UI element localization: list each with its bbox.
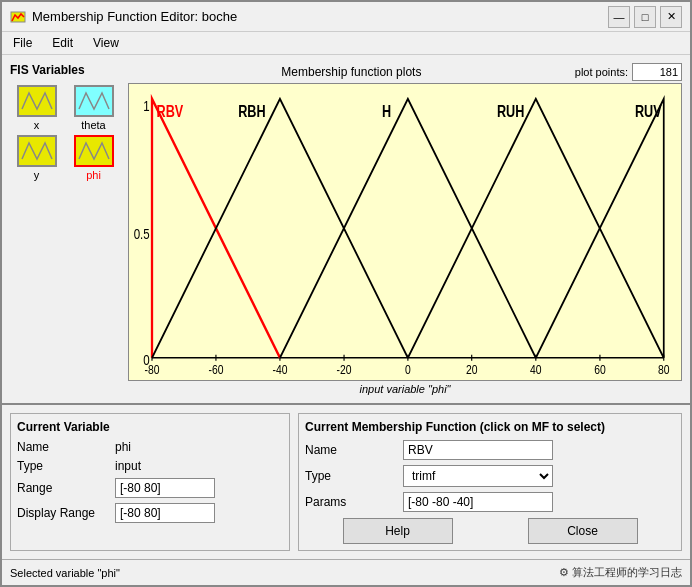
menu-view[interactable]: View (90, 35, 122, 51)
plot-points-label: plot points: (575, 66, 628, 78)
svg-text:1: 1 (143, 97, 149, 114)
bottom-panels: Current Variable Name phi Type input Ran… (2, 405, 690, 559)
help-button[interactable]: Help (343, 518, 453, 544)
fis-var-theta[interactable]: theta (67, 85, 120, 131)
range-input[interactable] (115, 478, 215, 498)
name-value: phi (115, 440, 131, 454)
mf-params-row: Params (305, 492, 675, 512)
plot-area: 1 0.5 0 -80 -60 (128, 83, 682, 381)
svg-text:-80: -80 (145, 362, 160, 378)
svg-text:60: 60 (594, 362, 606, 378)
menu-edit[interactable]: Edit (49, 35, 76, 51)
mf-type-label: Type (305, 469, 395, 483)
display-range-input[interactable] (115, 503, 215, 523)
var-icon-phi (77, 139, 111, 163)
svg-text:20: 20 (466, 362, 478, 378)
title-bar-left: Membership Function Editor: boche (10, 9, 237, 25)
display-range-row: Display Range (17, 503, 283, 523)
plot-panel: Membership function plots plot points: 1… (128, 63, 682, 395)
mf-name-row: Name (305, 440, 675, 460)
fis-var-box-y[interactable] (17, 135, 57, 167)
current-mf-panel: Current Membership Function (click on MF… (298, 413, 682, 551)
plot-points-input[interactable] (632, 63, 682, 81)
menu-bar: File Edit View (2, 32, 690, 55)
name-row: Name phi (17, 440, 283, 454)
svg-text:40: 40 (530, 362, 542, 378)
svg-text:0.5: 0.5 (134, 226, 150, 243)
type-value: input (115, 459, 141, 473)
svg-text:-60: -60 (208, 362, 223, 378)
fis-var-y[interactable]: y (10, 135, 63, 181)
fis-title: FIS Variables (10, 63, 120, 77)
type-label: Type (17, 459, 107, 473)
main-window: Membership Function Editor: boche — □ ✕ … (0, 0, 692, 587)
main-content: FIS Variables x (2, 55, 690, 403)
fis-var-label-phi: phi (86, 169, 101, 181)
minimize-button[interactable]: — (608, 6, 630, 28)
mf-name-label: Name (305, 443, 395, 457)
mf-type-row: Type trimf trapmf gaussmf (305, 465, 675, 487)
name-label: Name (17, 440, 107, 454)
mf-buttons: Help Close (305, 518, 675, 544)
mf-type-select[interactable]: trimf trapmf gaussmf (403, 465, 553, 487)
range-label: Range (17, 481, 107, 495)
svg-text:H: H (382, 102, 391, 120)
app-icon (10, 9, 26, 25)
svg-text:80: 80 (658, 362, 670, 378)
fis-var-label-y: y (34, 169, 40, 181)
plot-svg: 1 0.5 0 -80 -60 (129, 84, 681, 380)
var-icon-theta (77, 89, 111, 113)
status-bar: Selected variable "phi" ⚙ 算法工程师的学习日志 (2, 559, 690, 585)
close-button[interactable]: ✕ (660, 6, 682, 28)
mf-params-input[interactable] (403, 492, 553, 512)
svg-text:RUH: RUH (497, 102, 524, 120)
range-row: Range (17, 478, 283, 498)
type-row: Type input (17, 459, 283, 473)
plot-header: Membership function plots plot points: (128, 63, 682, 81)
title-buttons: — □ ✕ (608, 6, 682, 28)
svg-text:-40: -40 (272, 362, 287, 378)
fis-var-box-x[interactable] (17, 85, 57, 117)
close-button[interactable]: Close (528, 518, 638, 544)
fis-panel: FIS Variables x (10, 63, 120, 395)
svg-text:0: 0 (405, 362, 411, 378)
watermark: ⚙ 算法工程师的学习日志 (559, 565, 682, 580)
fis-var-label-theta: theta (81, 119, 105, 131)
fis-var-box-phi[interactable] (74, 135, 114, 167)
svg-text:RBH: RBH (238, 102, 265, 120)
plot-points-container: plot points: (575, 63, 682, 81)
svg-text:RBV: RBV (157, 102, 184, 120)
var-icon-y (20, 139, 54, 163)
display-range-label: Display Range (17, 506, 107, 520)
window-title: Membership Function Editor: boche (32, 9, 237, 24)
bottom-section: Current Variable Name phi Type input Ran… (2, 403, 690, 585)
var-icon-x (20, 89, 54, 113)
mf-params-label: Params (305, 495, 395, 509)
current-variable-title: Current Variable (17, 420, 283, 434)
menu-file[interactable]: File (10, 35, 35, 51)
current-mf-title: Current Membership Function (click on MF… (305, 420, 675, 434)
status-text: Selected variable "phi" (10, 567, 120, 579)
svg-text:RUV: RUV (635, 102, 662, 120)
fis-var-box-theta[interactable] (74, 85, 114, 117)
fis-var-phi[interactable]: phi (67, 135, 120, 181)
x-axis-label: input variable "phi" (128, 383, 682, 395)
current-variable-panel: Current Variable Name phi Type input Ran… (10, 413, 290, 551)
maximize-button[interactable]: □ (634, 6, 656, 28)
fis-var-x[interactable]: x (10, 85, 63, 131)
fis-var-label-x: x (34, 119, 40, 131)
mf-name-input[interactable] (403, 440, 553, 460)
fis-vars: x theta (10, 85, 120, 181)
title-bar: Membership Function Editor: boche — □ ✕ (2, 2, 690, 32)
plot-title: Membership function plots (128, 65, 575, 79)
svg-text:-20: -20 (337, 362, 352, 378)
